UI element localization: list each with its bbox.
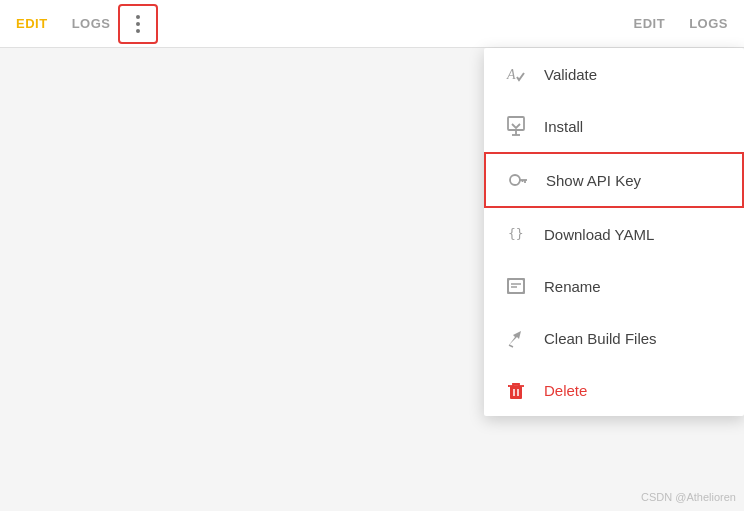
menu-item-show-api-key[interactable]: Show API Key: [484, 152, 744, 208]
menu-item-clean-build-files[interactable]: Clean Build Files: [484, 312, 744, 364]
main-content: A Validate Install: [0, 48, 744, 511]
yaml-icon: {}: [504, 222, 528, 246]
svg-line-13: [509, 345, 513, 347]
header-right-nav: EDIT LOGS: [634, 16, 728, 31]
clean-build-files-label: Clean Build Files: [544, 330, 657, 347]
nav-edit-left[interactable]: EDIT: [16, 16, 48, 31]
svg-rect-10: [509, 280, 523, 292]
menu-item-download-yaml[interactable]: {} Download YAML: [484, 208, 744, 260]
key-icon: [506, 168, 530, 192]
kebab-menu-button[interactable]: [118, 4, 158, 44]
clean-icon: [504, 326, 528, 350]
menu-item-install[interactable]: Install: [484, 100, 744, 152]
rename-icon: [504, 274, 528, 298]
menu-item-validate[interactable]: A Validate: [484, 48, 744, 100]
delete-icon: [504, 378, 528, 402]
context-dropdown-menu: A Validate Install: [484, 48, 744, 416]
nav-logs-right[interactable]: LOGS: [689, 16, 728, 31]
delete-label: Delete: [544, 382, 587, 399]
validate-label: Validate: [544, 66, 597, 83]
svg-point-4: [510, 175, 520, 185]
header-left-nav: EDIT LOGS: [16, 16, 110, 31]
install-icon: [504, 114, 528, 138]
menu-item-delete[interactable]: Delete: [484, 364, 744, 416]
menu-item-rename[interactable]: Rename: [484, 260, 744, 312]
header: EDIT LOGS EDIT LOGS: [0, 0, 744, 48]
rename-label: Rename: [544, 278, 601, 295]
install-label: Install: [544, 118, 583, 135]
watermark: CSDN @Athelioren: [641, 491, 736, 503]
nav-edit-right[interactable]: EDIT: [634, 16, 666, 31]
show-api-key-label: Show API Key: [546, 172, 641, 189]
svg-rect-14: [510, 386, 522, 399]
validate-icon: A: [504, 62, 528, 86]
download-yaml-label: Download YAML: [544, 226, 654, 243]
svg-text:A: A: [506, 67, 516, 82]
nav-logs-left[interactable]: LOGS: [72, 16, 111, 31]
kebab-dots-icon: [136, 15, 140, 33]
svg-text:{}: {}: [508, 226, 524, 241]
